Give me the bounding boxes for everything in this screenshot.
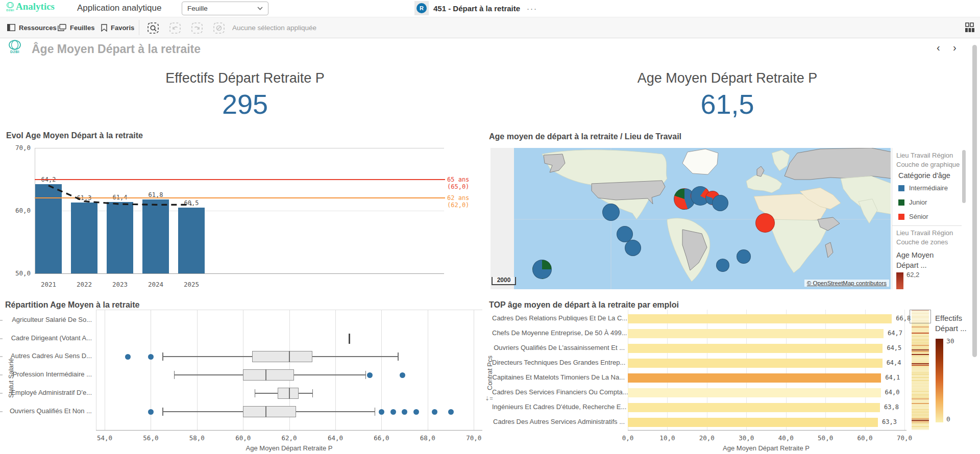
box[interactable] (252, 351, 312, 362)
kpi-value: 61,5 (605, 88, 850, 120)
redo-selection-button[interactable] (190, 21, 204, 35)
outlier-dot[interactable] (402, 409, 407, 415)
mini-scroll-tick (0, 374, 3, 375)
bar-8[interactable] (628, 418, 878, 427)
legend-item-junior[interactable]: Junior (898, 198, 927, 206)
x-axis-line (628, 430, 906, 431)
map-circle-marker[interactable] (602, 204, 620, 221)
mini-strip-line (912, 403, 929, 404)
map-circle-marker[interactable] (755, 213, 775, 233)
outlier-dot[interactable] (367, 372, 373, 378)
sheet-selector-value: Feuille (187, 5, 208, 12)
resources-button[interactable]: Ressources (7, 17, 57, 38)
outlier-dot[interactable] (148, 409, 154, 415)
mini-strip-line (912, 406, 929, 407)
boxplot-category-label: Profession Intermédiaire ... (2, 370, 92, 378)
x-tick-label: 70,0 (889, 434, 920, 442)
kpi-age-moyen[interactable]: Age Moyen Départ Retraite P 61,5 (605, 70, 850, 120)
plot-border-left (96, 310, 96, 430)
outlier-dot[interactable] (448, 409, 454, 415)
whisker-high (312, 356, 398, 357)
zone-gradient-top-value: 62,2 (906, 271, 919, 279)
box[interactable] (243, 406, 296, 417)
evol-chart-title: Evol Age Moyen Départ à la retraite (6, 131, 143, 140)
bar-3[interactable] (628, 344, 883, 353)
map-circle-marker[interactable] (716, 259, 729, 272)
mini-strip-line (912, 371, 929, 372)
boxplot-category-label: Ouvriers Qualifiés Et Non ... (2, 407, 92, 415)
panel-icon (7, 24, 15, 31)
map-circle-marker[interactable] (737, 249, 751, 264)
legend-item-intermediaire[interactable]: Intermédiaire (898, 184, 948, 192)
boxplot-chart-title: Répartition Age Moyen à la retraite (5, 300, 139, 310)
legend-item-senior[interactable]: Sénior (898, 213, 928, 220)
map-circle-marker[interactable] (712, 195, 728, 211)
mini-strip-line (912, 409, 929, 410)
effectifs-color-gradient (936, 339, 943, 422)
next-sheet-button[interactable]: › (953, 42, 957, 54)
mini-strip-line (912, 380, 929, 381)
outlier-dot[interactable] (125, 354, 131, 360)
bar-6[interactable] (628, 388, 881, 397)
x-tick-label: 0,0 (612, 434, 643, 442)
legend-scrollbar[interactable] (962, 150, 966, 203)
mini-strip-line (912, 356, 929, 357)
outlier-dot[interactable] (390, 409, 396, 415)
brand-logo[interactable]: D2BI Analytics (6, 2, 55, 12)
x-tick-label: 2024 (140, 281, 171, 288)
osm-attribution-link[interactable]: © OpenStreetMap contributors (804, 280, 889, 287)
bar-4[interactable] (628, 359, 883, 368)
bar-5[interactable] (628, 373, 881, 383)
kpi-value: 295 (122, 88, 368, 120)
mini-strip-line (912, 362, 929, 363)
mini-strip-line (912, 389, 929, 390)
bar-1[interactable] (628, 314, 892, 323)
map-circle-marker[interactable] (625, 240, 641, 256)
single-value-mark[interactable] (349, 334, 350, 344)
whisker-low (162, 411, 243, 412)
bar-7[interactable] (628, 403, 880, 412)
median-line (289, 388, 290, 399)
outlier-dot[interactable] (432, 409, 437, 415)
mini-strip-line (912, 343, 929, 344)
x-axis-title: Age Moyen Départ Retraite P (690, 444, 843, 452)
sheets-button[interactable]: Feuilles (58, 17, 94, 38)
mini-strip-line (912, 417, 929, 418)
box[interactable] (278, 388, 299, 399)
page-scrollbar[interactable] (972, 45, 977, 357)
smart-search-button[interactable] (146, 21, 160, 35)
undo-selection-button[interactable] (168, 21, 182, 35)
mini-strip-line (912, 420, 929, 421)
mini-strip-line (912, 349, 929, 350)
prev-sheet-button[interactable]: ‹ (937, 42, 940, 54)
bookmark-icon (101, 24, 107, 32)
mini-strip-line (912, 421, 929, 422)
top-category-label: Ouvriers Qualifiés De L'assainissement E… (492, 344, 625, 351)
top-chart-mini-scroll[interactable] (912, 310, 929, 430)
outlier-dot[interactable] (148, 354, 154, 360)
bar-2[interactable] (628, 329, 884, 338)
map-chart[interactable]: 2000 © OpenStreetMap contributors (491, 148, 891, 289)
median-line (265, 369, 266, 381)
map-pie-marker[interactable] (532, 260, 552, 279)
app-name: 451 - Départ à la retraite (433, 4, 520, 13)
outlier-dot[interactable] (413, 409, 419, 415)
sheet-selector-dropdown[interactable]: Feuille (182, 2, 268, 15)
clear-selections-button[interactable] (212, 21, 226, 35)
mini-strip-line (912, 339, 929, 340)
mini-strip-line (912, 386, 929, 387)
more-menu-button[interactable]: ··· (525, 4, 540, 13)
outlier-dot[interactable] (379, 409, 384, 415)
sheet-grid-icon[interactable] (964, 22, 975, 35)
outlier-dot[interactable] (400, 372, 405, 378)
mini-scroll-tick (0, 338, 3, 339)
bookmarks-button[interactable]: Favoris (101, 17, 134, 38)
y-axis-title: Contrat Pcs (486, 334, 494, 390)
toolbar-divider (139, 20, 139, 35)
x-tick-label: 30,0 (731, 434, 762, 442)
mini-scroll-viewport[interactable] (910, 310, 931, 323)
box[interactable] (243, 369, 293, 381)
x-tick-label: 50,0 (810, 434, 841, 442)
kpi-effectifs[interactable]: Effectifs Départ Retraite P 295 (122, 70, 368, 120)
x-tick-label: 40,0 (771, 434, 801, 442)
